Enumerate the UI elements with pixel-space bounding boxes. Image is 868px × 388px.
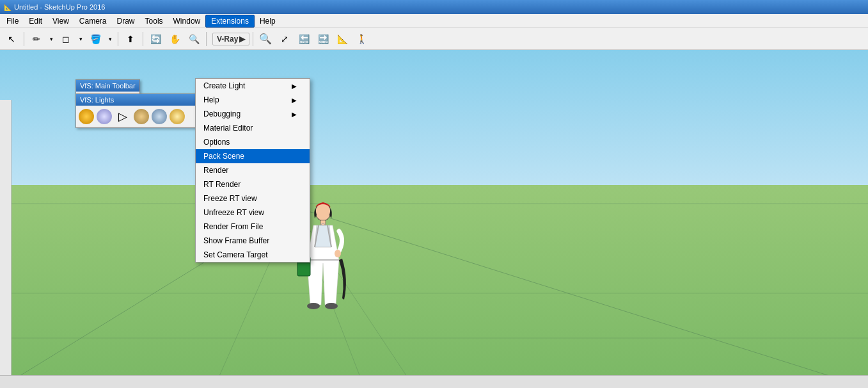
menu-edit[interactable]: Edit (24, 15, 47, 28)
ground-background (0, 185, 868, 388)
pencil-tool-btn[interactable]: ✏ (28, 30, 45, 48)
search-btn[interactable]: 🔍 (256, 30, 274, 48)
svg-point-17 (325, 303, 338, 309)
dome-light-btn[interactable] (152, 109, 167, 124)
omni-light-btn[interactable] (79, 109, 94, 124)
ies-light-btn[interactable] (170, 109, 185, 124)
sep5 (253, 32, 253, 46)
extensions-dropdown: Create Light ▶ Help ▶ Debugging ▶ Materi… (195, 78, 310, 263)
sep2 (118, 32, 118, 46)
dropdown-item-render-from-file[interactable]: Render From File (196, 220, 310, 234)
eraser-tool-btn[interactable]: ◻ (57, 30, 75, 48)
menu-file[interactable]: File (1, 15, 24, 28)
next-view-btn[interactable]: 🔜 (314, 30, 332, 48)
spot-light-btn[interactable]: ▷ (114, 108, 131, 125)
dropdown-item-create-light[interactable]: Create Light ▶ (196, 79, 310, 93)
menu-window[interactable]: Window (168, 15, 206, 28)
dropdown-item-material-editor[interactable]: Material Editor (196, 121, 310, 135)
dropdown-item-show-frame-buffer[interactable]: Show Frame Buffer (196, 234, 310, 248)
menu-tools[interactable]: Tools (140, 15, 168, 28)
zoom-tool-btn[interactable]: 🔍 (185, 30, 203, 48)
dropdown-item-debugging[interactable]: Debugging ▶ (196, 107, 310, 121)
orbit-tool-btn[interactable]: 🔄 (146, 30, 164, 48)
dropdown-item-options[interactable]: Options (196, 135, 310, 149)
dropdown-item-pack-scene[interactable]: Pack Scene (196, 149, 310, 163)
svg-point-14 (335, 250, 341, 257)
paint-dropdown-btn[interactable]: ▾ (106, 30, 114, 48)
menu-camera[interactable]: Camera (74, 15, 112, 28)
dropdown-item-help[interactable]: Help ▶ (196, 93, 310, 107)
main-toolbar: ↖ ✏ ▾ ◻ ▾ 🪣 ▾ ⬆ 🔄 ✋ 🔍 V-Ray ▶ 🔍 ⤢ 🔙 🔜 📐 … (0, 28, 868, 50)
menu-draw[interactable]: Draw (112, 15, 140, 28)
pushpull-tool-btn[interactable]: ⬆ (122, 30, 139, 48)
status-bar (0, 375, 868, 388)
left-ruler (0, 100, 12, 388)
prev-view-btn[interactable]: 🔙 (295, 30, 313, 48)
pencil-dropdown-btn[interactable]: ▾ (47, 30, 56, 48)
dropdown-item-freeze-rt[interactable]: Freeze RT view (196, 191, 310, 206)
vray-expand-icon: ▶ (239, 35, 245, 44)
select-tool-btn[interactable]: ↖ (3, 30, 20, 48)
pan-tool-btn[interactable]: ✋ (166, 30, 184, 48)
submenu-arrow-create-light: ▶ (292, 83, 297, 90)
menu-extensions[interactable]: Extensions (205, 15, 255, 28)
submenu-arrow-help: ▶ (292, 97, 297, 104)
dropdown-item-unfreeze-rt[interactable]: Unfreeze RT view (196, 206, 310, 220)
window-title: Untitled - SketchUp Pro 2016 (14, 3, 105, 11)
menu-view[interactable]: View (47, 15, 74, 28)
walk-btn[interactable]: 🚶 (352, 30, 370, 48)
rect-light-btn[interactable] (134, 109, 149, 124)
eraser-dropdown-btn[interactable]: ▾ (76, 30, 85, 48)
vray-toolbar[interactable]: V-Ray ▶ (212, 33, 249, 45)
vfs-main-toolbar-title: VfS: Main Toolbar (76, 80, 139, 92)
submenu-arrow-debugging: ▶ (292, 111, 297, 118)
sep3 (143, 32, 143, 46)
scene-area: VfS: Main Toolbar VfS: Lights ✕ ▷ Create… (0, 50, 868, 388)
title-bar: 📐 Untitled - SketchUp Pro 2016 (0, 0, 868, 14)
section-btn[interactable]: 📐 (333, 30, 351, 48)
sep1 (24, 32, 24, 46)
menu-help[interactable]: Help (255, 15, 281, 28)
app-icon: 📐 (4, 4, 12, 11)
zoom-extents-btn[interactable]: ⤢ (276, 30, 294, 48)
vray-label: V-Ray (217, 35, 238, 44)
dropdown-item-set-camera-target[interactable]: Set Camera Target (196, 248, 310, 262)
menu-bar: File Edit View Camera Draw Tools Window … (0, 14, 868, 28)
paint-tool-btn[interactable]: 🪣 (86, 30, 104, 48)
dropdown-item-rt-render[interactable]: RT Render (196, 177, 310, 191)
sphere-light-btn[interactable] (97, 109, 112, 124)
sep4 (206, 32, 207, 46)
dropdown-item-render[interactable]: Render (196, 163, 310, 177)
svg-point-16 (307, 303, 320, 309)
